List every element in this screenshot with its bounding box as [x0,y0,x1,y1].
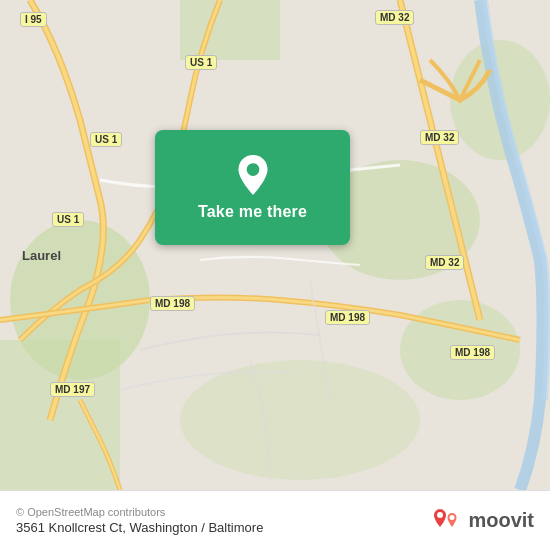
city-label-laurel: Laurel [22,248,61,263]
road-label-us1-low: US 1 [52,212,84,227]
road-label-md197: MD 197 [50,382,95,397]
copyright-text: © OpenStreetMap contributors [16,506,263,518]
svg-point-9 [437,512,443,518]
address-text: 3561 Knollcrest Ct, Washington / Baltimo… [16,520,263,535]
road-label-md198-far: MD 198 [450,345,495,360]
map-container: I 95 US 1 MD 32 US 1 MD 32 US 1 MD 32 MD… [0,0,550,490]
road-label-md32-mid: MD 32 [420,130,459,145]
svg-point-1 [10,220,150,380]
road-label-md32-low: MD 32 [425,255,464,270]
road-label-md198-left: MD 198 [150,296,195,311]
svg-point-5 [180,360,420,480]
svg-point-8 [246,163,259,176]
road-label-i95: I 95 [20,12,47,27]
info-bar: © OpenStreetMap contributors 3561 Knollc… [0,490,550,550]
moovit-text: moovit [468,509,534,532]
road-label-md32-top: MD 32 [375,10,414,25]
svg-point-10 [450,515,455,520]
svg-rect-4 [0,340,120,490]
take-me-there-button[interactable]: Take me there [155,130,350,245]
road-label-us1-top: US 1 [185,55,217,70]
moovit-logo-icon [432,505,464,537]
svg-rect-0 [0,0,550,490]
moovit-logo: moovit [432,505,534,537]
road-label-md198-right: MD 198 [325,310,370,325]
svg-point-7 [450,40,550,160]
svg-rect-6 [180,0,280,60]
location-pin-icon [235,155,271,195]
road-label-us1-mid: US 1 [90,132,122,147]
take-me-there-label: Take me there [198,203,307,221]
